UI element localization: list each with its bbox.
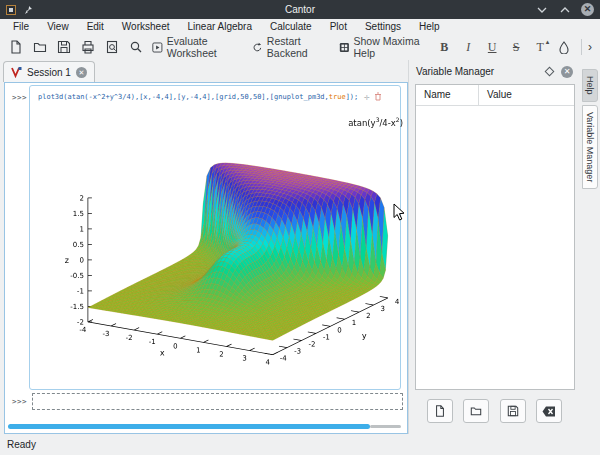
tab-session-1[interactable]: Session 1 ✕ (3, 61, 95, 82)
side-tab-help[interactable]: Help (582, 69, 598, 102)
restart-backend-button[interactable]: Restart Backend (249, 36, 334, 58)
menu-item-settings[interactable]: Settings (356, 21, 410, 32)
cantor-icon (11, 66, 22, 78)
print-preview-button[interactable] (101, 36, 123, 58)
command-prompt: >>> (12, 93, 27, 102)
worksheet-view[interactable]: >>> plot3d(atan(-x^2+y^3/4),[x,-4,4],[y,… (4, 82, 408, 434)
toolbar-separator (581, 39, 582, 55)
minimize-button[interactable] (535, 3, 549, 17)
entry-drag-icon[interactable]: ✛ (364, 93, 369, 101)
save-variables-button[interactable] (500, 399, 526, 423)
new-variable-button[interactable] (427, 399, 453, 423)
show-maxima-help-button[interactable]: Show Maxima Help (336, 36, 431, 58)
side-tab-variable-manager[interactable]: Variable Manager (582, 105, 598, 189)
menu-item-calculate[interactable]: Calculate (261, 21, 321, 32)
plot-key: atan(y3/4-x2) (295, 116, 403, 128)
next-command-entry[interactable] (32, 393, 403, 410)
print-button[interactable] (77, 36, 99, 58)
command-keyword: true (329, 93, 346, 101)
text-color-button[interactable] (553, 36, 575, 58)
status-text: Ready (7, 439, 36, 450)
close-button[interactable]: ✕ (581, 3, 594, 16)
next-command-prompt: >>> (12, 397, 27, 406)
menu-item-file[interactable]: File (4, 21, 38, 32)
column-value[interactable]: Value (479, 85, 574, 105)
variable-table: Name Value (415, 84, 575, 390)
menu-item-edit[interactable]: Edit (78, 21, 113, 32)
tab-close-icon[interactable]: ✕ (76, 67, 87, 78)
float-panel-icon[interactable] (545, 67, 555, 77)
search-button[interactable] (125, 36, 147, 58)
entry-delete-icon[interactable] (374, 92, 382, 101)
scrollbar-track[interactable] (370, 425, 401, 428)
variable-manager-panel: Variable Manager ✕ Name Value (408, 60, 580, 434)
menu-item-worksheet[interactable]: Worksheet (113, 21, 179, 32)
variable-table-header: Name Value (416, 85, 574, 106)
variable-table-body (416, 106, 574, 389)
window-title: Cantor (0, 4, 600, 15)
cantor-window: Cantor ✕ FileViewEditWorksheetLinear Alg… (0, 0, 600, 455)
superscript-button[interactable]: T▴ (529, 36, 551, 58)
show-maxima-help-label: Show Maxima Help (354, 35, 429, 59)
status-bar: Ready (0, 434, 600, 455)
variable-manager-toolbar (409, 397, 580, 434)
worksheet-column: Session 1 ✕ >>> plot3d(atan(-x^2+y^3/4),… (0, 60, 408, 434)
italic-button[interactable]: I (457, 36, 479, 58)
new-document-button[interactable] (5, 36, 27, 58)
variable-manager-header: Variable Manager ✕ (409, 60, 580, 83)
command-input[interactable]: plot3d(atan(-x^2+y^3/4),[x,-4,4],[y,-4,4… (38, 92, 382, 101)
strikethrough-button[interactable]: S (505, 36, 527, 58)
menu-item-linear-algebra[interactable]: Linear Algebra (178, 21, 261, 32)
command-text: plot3d(atan(-x^2+y^3/4),[x,-4,4],[y,-4,4… (38, 93, 329, 101)
mouse-cursor (393, 203, 405, 221)
menu-item-help[interactable]: Help (410, 21, 449, 32)
load-variables-button[interactable] (463, 399, 489, 423)
tab-session-label: Session 1 (27, 67, 71, 78)
menu-item-view[interactable]: View (38, 21, 78, 32)
toolbar-overflow-button[interactable]: › (588, 40, 595, 54)
open-file-button[interactable] (29, 36, 51, 58)
menu-item-plot[interactable]: Plot (321, 21, 356, 32)
clear-variables-button[interactable] (536, 399, 562, 423)
side-tab-strip: Help Variable Manager (580, 60, 600, 434)
variable-manager-title: Variable Manager (416, 66, 538, 77)
command-text-end: ]); (346, 93, 359, 101)
superscript-arrow: ▴ (546, 38, 550, 46)
restart-backend-label: Restart Backend (267, 35, 331, 59)
evaluate-worksheet-button[interactable]: Evaluate Worksheet (149, 36, 247, 58)
scrollbar-thumb[interactable] (8, 424, 370, 429)
horizontal-scrollbar[interactable] (8, 424, 402, 429)
save-button[interactable] (53, 36, 75, 58)
evaluate-worksheet-label: Evaluate Worksheet (167, 35, 244, 59)
content-area: Session 1 ✕ >>> plot3d(atan(-x^2+y^3/4),… (0, 60, 600, 434)
menu-bar: FileViewEditWorksheetLinear AlgebraCalcu… (0, 19, 600, 34)
maximize-button[interactable] (558, 3, 572, 17)
main-toolbar: Evaluate Worksheet Restart Backend Show … (0, 34, 600, 60)
underline-button[interactable]: U (481, 36, 503, 58)
column-name[interactable]: Name (416, 85, 479, 105)
bold-button[interactable]: B (433, 36, 455, 58)
title-bar: Cantor ✕ (0, 0, 600, 19)
plot3d-result-image (30, 108, 408, 393)
session-tab-bar: Session 1 ✕ (0, 60, 408, 82)
close-panel-icon[interactable]: ✕ (561, 66, 573, 78)
